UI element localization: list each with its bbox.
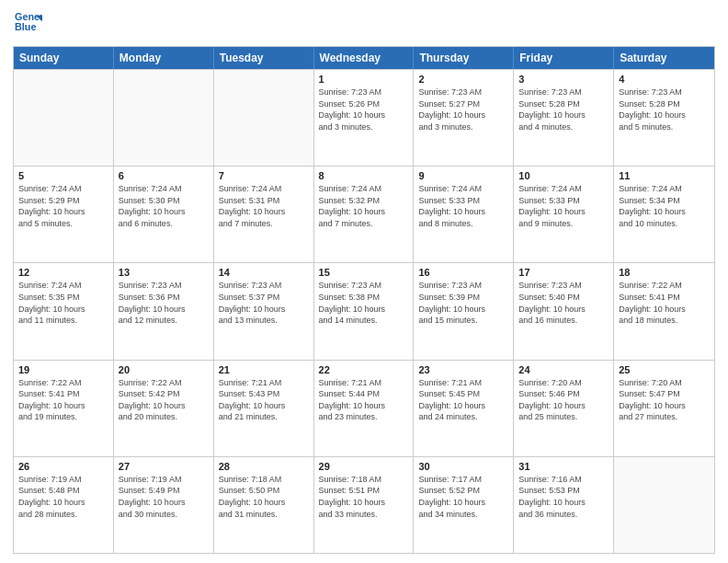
cal-cell-day-10: 10Sunrise: 7:24 AM Sunset: 5:33 PM Dayli… <box>514 167 614 262</box>
cal-cell-empty <box>14 70 114 166</box>
cell-info: Sunrise: 7:22 AM Sunset: 5:42 PM Dayligh… <box>119 377 209 423</box>
calendar-row-1: 1Sunrise: 7:23 AM Sunset: 5:26 PM Daylig… <box>14 69 714 166</box>
cal-cell-day-26: 26Sunrise: 7:19 AM Sunset: 5:48 PM Dayli… <box>14 457 114 553</box>
cell-info: Sunrise: 7:23 AM Sunset: 5:28 PM Dayligh… <box>619 86 710 132</box>
calendar-header-row: SundayMondayTuesdayWednesdayThursdayFrid… <box>14 47 714 69</box>
calendar: SundayMondayTuesdayWednesdayThursdayFrid… <box>13 46 715 554</box>
cell-info: Sunrise: 7:23 AM Sunset: 5:39 PM Dayligh… <box>418 280 508 326</box>
cell-day-number: 14 <box>219 267 309 278</box>
cell-day-number: 8 <box>319 170 409 181</box>
header-cell-thursday: Thursday <box>414 47 514 69</box>
cell-info: Sunrise: 7:18 AM Sunset: 5:51 PM Dayligh… <box>319 474 409 520</box>
cal-cell-day-5: 5Sunrise: 7:24 AM Sunset: 5:29 PM Daylig… <box>14 167 114 262</box>
cal-cell-day-9: 9Sunrise: 7:24 AM Sunset: 5:33 PM Daylig… <box>414 167 514 262</box>
logo: General Blue <box>13 9 42 40</box>
cell-info: Sunrise: 7:23 AM Sunset: 5:27 PM Dayligh… <box>418 86 508 132</box>
cell-day-number: 23 <box>418 364 508 375</box>
cal-cell-day-6: 6Sunrise: 7:24 AM Sunset: 5:30 PM Daylig… <box>114 167 214 262</box>
cell-info: Sunrise: 7:17 AM Sunset: 5:52 PM Dayligh… <box>418 474 508 520</box>
cell-info: Sunrise: 7:23 AM Sunset: 5:38 PM Dayligh… <box>319 280 409 326</box>
cal-cell-day-29: 29Sunrise: 7:18 AM Sunset: 5:51 PM Dayli… <box>314 457 415 553</box>
cell-day-number: 10 <box>518 170 609 181</box>
page-header: General Blue <box>13 9 715 40</box>
header-cell-monday: Monday <box>114 47 214 69</box>
cal-cell-day-28: 28Sunrise: 7:18 AM Sunset: 5:50 PM Dayli… <box>214 457 314 553</box>
cal-cell-day-27: 27Sunrise: 7:19 AM Sunset: 5:49 PM Dayli… <box>114 457 214 553</box>
cell-info: Sunrise: 7:24 AM Sunset: 5:33 PM Dayligh… <box>418 183 508 229</box>
calendar-body: 1Sunrise: 7:23 AM Sunset: 5:26 PM Daylig… <box>14 69 714 553</box>
cal-cell-day-14: 14Sunrise: 7:23 AM Sunset: 5:37 PM Dayli… <box>214 263 314 359</box>
cal-cell-day-3: 3Sunrise: 7:23 AM Sunset: 5:28 PM Daylig… <box>514 70 614 166</box>
cell-info: Sunrise: 7:19 AM Sunset: 5:48 PM Dayligh… <box>18 474 108 520</box>
cell-day-number: 31 <box>518 461 609 472</box>
cell-day-number: 9 <box>418 170 508 181</box>
header-cell-friday: Friday <box>514 47 614 69</box>
svg-text:Blue: Blue <box>15 21 36 32</box>
cell-info: Sunrise: 7:20 AM Sunset: 5:46 PM Dayligh… <box>518 377 609 423</box>
cell-info: Sunrise: 7:24 AM Sunset: 5:33 PM Dayligh… <box>518 183 609 229</box>
cell-day-number: 26 <box>18 461 108 472</box>
cell-day-number: 15 <box>319 267 409 278</box>
cell-info: Sunrise: 7:23 AM Sunset: 5:26 PM Dayligh… <box>319 86 409 132</box>
cell-info: Sunrise: 7:23 AM Sunset: 5:40 PM Dayligh… <box>518 280 609 326</box>
cell-info: Sunrise: 7:19 AM Sunset: 5:49 PM Dayligh… <box>119 474 209 520</box>
cell-day-number: 30 <box>418 461 508 472</box>
cal-cell-day-22: 22Sunrise: 7:21 AM Sunset: 5:44 PM Dayli… <box>314 361 415 456</box>
cell-day-number: 1 <box>319 74 409 85</box>
cal-cell-empty <box>214 70 314 166</box>
cal-cell-day-20: 20Sunrise: 7:22 AM Sunset: 5:42 PM Dayli… <box>114 361 214 456</box>
cal-cell-day-8: 8Sunrise: 7:24 AM Sunset: 5:32 PM Daylig… <box>314 167 415 262</box>
cell-info: Sunrise: 7:24 AM Sunset: 5:32 PM Dayligh… <box>319 183 409 229</box>
cal-cell-day-7: 7Sunrise: 7:24 AM Sunset: 5:31 PM Daylig… <box>214 167 314 262</box>
cal-cell-day-2: 2Sunrise: 7:23 AM Sunset: 5:27 PM Daylig… <box>414 70 514 166</box>
cal-cell-day-12: 12Sunrise: 7:24 AM Sunset: 5:35 PM Dayli… <box>14 263 114 359</box>
cell-info: Sunrise: 7:18 AM Sunset: 5:50 PM Dayligh… <box>219 474 309 520</box>
cell-day-number: 20 <box>119 364 209 375</box>
cell-info: Sunrise: 7:23 AM Sunset: 5:36 PM Dayligh… <box>119 280 209 326</box>
cell-day-number: 12 <box>18 267 108 278</box>
cell-info: Sunrise: 7:22 AM Sunset: 5:41 PM Dayligh… <box>619 280 710 326</box>
cal-cell-day-15: 15Sunrise: 7:23 AM Sunset: 5:38 PM Dayli… <box>314 263 415 359</box>
calendar-row-5: 26Sunrise: 7:19 AM Sunset: 5:48 PM Dayli… <box>14 456 714 553</box>
cal-cell-day-18: 18Sunrise: 7:22 AM Sunset: 5:41 PM Dayli… <box>614 263 714 359</box>
cell-info: Sunrise: 7:24 AM Sunset: 5:30 PM Dayligh… <box>119 183 209 229</box>
cell-info: Sunrise: 7:22 AM Sunset: 5:41 PM Dayligh… <box>18 377 108 423</box>
header-cell-tuesday: Tuesday <box>214 47 314 69</box>
cell-info: Sunrise: 7:24 AM Sunset: 5:31 PM Dayligh… <box>219 183 309 229</box>
cell-day-number: 16 <box>418 267 508 278</box>
cell-day-number: 27 <box>119 461 209 472</box>
cal-cell-day-11: 11Sunrise: 7:24 AM Sunset: 5:34 PM Dayli… <box>614 167 714 262</box>
cell-info: Sunrise: 7:21 AM Sunset: 5:45 PM Dayligh… <box>418 377 508 423</box>
calendar-row-3: 12Sunrise: 7:24 AM Sunset: 5:35 PM Dayli… <box>14 262 714 359</box>
cell-day-number: 22 <box>319 364 409 375</box>
cal-cell-day-19: 19Sunrise: 7:22 AM Sunset: 5:41 PM Dayli… <box>14 361 114 456</box>
cal-cell-day-13: 13Sunrise: 7:23 AM Sunset: 5:36 PM Dayli… <box>114 263 214 359</box>
cell-info: Sunrise: 7:24 AM Sunset: 5:35 PM Dayligh… <box>18 280 108 326</box>
cal-cell-day-25: 25Sunrise: 7:20 AM Sunset: 5:47 PM Dayli… <box>614 361 714 456</box>
cell-info: Sunrise: 7:21 AM Sunset: 5:43 PM Dayligh… <box>219 377 309 423</box>
cal-cell-day-23: 23Sunrise: 7:21 AM Sunset: 5:45 PM Dayli… <box>414 361 514 456</box>
cell-day-number: 6 <box>119 170 209 181</box>
cal-cell-day-16: 16Sunrise: 7:23 AM Sunset: 5:39 PM Dayli… <box>414 263 514 359</box>
cell-info: Sunrise: 7:24 AM Sunset: 5:34 PM Dayligh… <box>619 183 710 229</box>
cell-day-number: 3 <box>518 74 609 85</box>
cell-day-number: 19 <box>18 364 108 375</box>
calendar-row-2: 5Sunrise: 7:24 AM Sunset: 5:29 PM Daylig… <box>14 166 714 262</box>
cal-cell-day-30: 30Sunrise: 7:17 AM Sunset: 5:52 PM Dayli… <box>414 457 514 553</box>
cal-cell-day-1: 1Sunrise: 7:23 AM Sunset: 5:26 PM Daylig… <box>314 70 415 166</box>
cal-cell-day-24: 24Sunrise: 7:20 AM Sunset: 5:46 PM Dayli… <box>514 361 614 456</box>
cal-cell-day-17: 17Sunrise: 7:23 AM Sunset: 5:40 PM Dayli… <box>514 263 614 359</box>
cell-day-number: 11 <box>619 170 710 181</box>
cal-cell-day-4: 4Sunrise: 7:23 AM Sunset: 5:28 PM Daylig… <box>614 70 714 166</box>
cell-day-number: 28 <box>219 461 309 472</box>
cal-cell-day-21: 21Sunrise: 7:21 AM Sunset: 5:43 PM Dayli… <box>214 361 314 456</box>
cell-day-number: 29 <box>319 461 409 472</box>
cell-day-number: 25 <box>619 364 710 375</box>
cell-info: Sunrise: 7:21 AM Sunset: 5:44 PM Dayligh… <box>319 377 409 423</box>
cal-cell-empty <box>614 457 714 553</box>
cell-day-number: 5 <box>18 170 108 181</box>
cell-info: Sunrise: 7:16 AM Sunset: 5:53 PM Dayligh… <box>518 474 609 520</box>
cell-day-number: 7 <box>219 170 309 181</box>
cell-info: Sunrise: 7:20 AM Sunset: 5:47 PM Dayligh… <box>619 377 710 423</box>
cal-cell-day-31: 31Sunrise: 7:16 AM Sunset: 5:53 PM Dayli… <box>514 457 614 553</box>
